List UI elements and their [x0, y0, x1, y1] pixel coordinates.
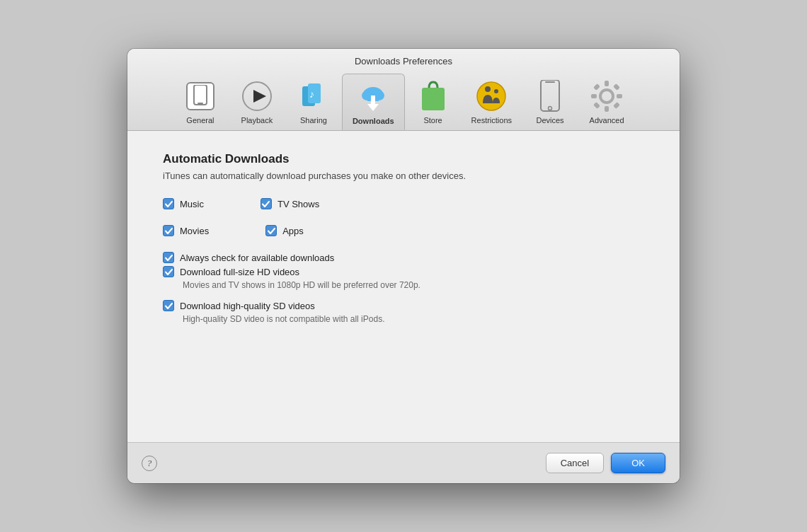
tab-restrictions-label: Restrictions	[471, 116, 512, 125]
music-label: Music	[180, 199, 204, 209]
svg-point-16	[494, 89, 498, 93]
footer-buttons: Cancel OK	[546, 453, 665, 473]
svg-text:♪: ♪	[309, 88, 314, 100]
sd-videos-checkbox[interactable]	[163, 300, 174, 311]
svg-marker-3	[253, 90, 266, 103]
title-bar: Downloads Preferences General	[127, 49, 680, 131]
svg-rect-24	[617, 94, 622, 98]
svg-point-14	[477, 82, 505, 110]
help-icon: ?	[147, 458, 152, 469]
checkbox-hd-videos[interactable]: Download full-size HD videos	[163, 266, 644, 277]
svg-rect-1	[198, 103, 203, 104]
tab-playback[interactable]: Playback	[229, 74, 285, 130]
svg-rect-11	[371, 96, 375, 105]
tab-downloads-label: Downloads	[353, 117, 394, 125]
sd-videos-desc: High-quality SD video is not compatible …	[183, 314, 644, 324]
help-button[interactable]: ?	[142, 456, 157, 471]
tab-general-label: General	[186, 116, 214, 125]
always-check-label: Always check for available downloads	[180, 253, 334, 263]
checkbox-music[interactable]: Music	[163, 198, 204, 209]
tvshows-checkbox[interactable]	[261, 198, 272, 209]
hd-videos-label: Download full-size HD videos	[180, 267, 299, 277]
svg-point-20	[600, 90, 613, 103]
advanced-icon	[590, 79, 624, 113]
checkbox-movies[interactable]: Movies	[163, 225, 209, 236]
svg-rect-26	[613, 83, 620, 91]
apps-checkbox[interactable]	[265, 225, 277, 236]
checkbox-apps[interactable]: Apps	[265, 225, 304, 236]
svg-marker-12	[367, 104, 379, 111]
preferences-window: Downloads Preferences General	[127, 49, 680, 483]
checkbox-always-check[interactable]: Always check for available downloads	[163, 252, 644, 263]
tab-advanced-label: Advanced	[590, 116, 624, 125]
movies-label: Movies	[180, 226, 209, 236]
content-area: Automatic Downloads iTunes can automatic…	[127, 131, 680, 442]
apps-label: Apps	[282, 226, 304, 236]
tab-devices-label: Devices	[537, 116, 564, 125]
checkbox-tvshows[interactable]: TV Shows	[261, 198, 319, 209]
tab-sharing-label: Sharing	[300, 116, 327, 125]
sharing-icon: ♪	[297, 79, 331, 113]
tab-general[interactable]: General	[172, 74, 229, 130]
store-icon	[416, 79, 450, 113]
footer: ? Cancel OK	[127, 442, 680, 483]
svg-rect-25	[593, 83, 600, 91]
svg-point-19	[549, 107, 552, 110]
music-checkbox[interactable]	[163, 198, 174, 209]
svg-rect-18	[545, 81, 555, 83]
tab-restrictions[interactable]: Restrictions	[462, 74, 522, 130]
movies-checkbox[interactable]	[163, 225, 174, 236]
section-desc: iTunes can automatically download purcha…	[163, 170, 644, 181]
devices-icon	[533, 79, 567, 113]
svg-rect-23	[591, 94, 597, 98]
checkboxes-row-2: Movies Apps	[163, 225, 644, 246]
tab-store[interactable]: Store	[405, 74, 462, 130]
tab-advanced[interactable]: Advanced	[578, 74, 635, 130]
tab-playback-label: Playback	[241, 116, 273, 125]
svg-rect-13	[422, 88, 445, 110]
svg-point-15	[485, 86, 491, 92]
tab-store-label: Store	[423, 116, 442, 125]
toolbar: General Playback	[127, 74, 680, 130]
cancel-button[interactable]: Cancel	[546, 453, 604, 473]
section-title: Automatic Downloads	[163, 152, 644, 166]
ok-button[interactable]: OK	[611, 453, 665, 473]
sd-videos-label: Download high-quality SD videos	[180, 301, 315, 311]
checkboxes-row-1: Music TV Shows	[163, 198, 644, 219]
downloads-icon	[356, 80, 390, 114]
window-title: Downloads Preferences	[127, 56, 680, 66]
checkbox-sd-videos[interactable]: Download high-quality SD videos	[163, 300, 644, 311]
tvshows-label: TV Shows	[277, 199, 319, 209]
svg-rect-27	[593, 102, 600, 109]
tab-sharing[interactable]: ♪ Sharing	[285, 74, 342, 130]
svg-rect-21	[605, 81, 609, 86]
svg-rect-28	[613, 102, 620, 109]
svg-rect-0	[194, 85, 207, 105]
svg-rect-22	[605, 106, 609, 112]
tab-downloads[interactable]: Downloads	[342, 74, 405, 130]
playback-icon	[240, 79, 274, 113]
tab-devices[interactable]: Devices	[522, 74, 578, 130]
restrictions-icon	[474, 79, 508, 113]
hd-videos-desc: Movies and TV shows in 1080p HD will be …	[183, 280, 644, 290]
always-check-checkbox[interactable]	[163, 252, 174, 263]
general-icon	[183, 79, 217, 113]
hd-videos-checkbox[interactable]	[163, 266, 174, 277]
